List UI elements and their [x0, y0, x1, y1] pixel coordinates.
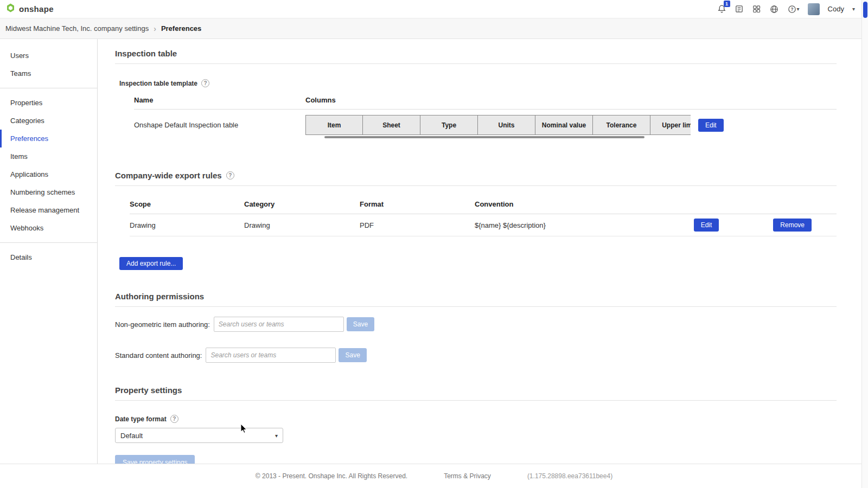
inspection-col-name: Name [134, 96, 305, 104]
breadcrumb-chevron-icon: › [154, 24, 156, 33]
vertical-scrollbar[interactable] [861, 0, 868, 488]
preview-col-tolerance: Tolerance [593, 115, 650, 135]
section-divider [115, 400, 837, 401]
section-divider [115, 63, 837, 64]
footer-copyright: © 2013 - Present. Onshape Inc. All Right… [256, 472, 407, 480]
settings-sidebar: Users Teams Properties Categories Prefer… [0, 39, 98, 464]
date-type-format-dropdown[interactable]: Default ▾ [115, 428, 283, 443]
property-settings-heading: Property settings [115, 386, 837, 395]
table-row: Onshape Default Inspection table Item Sh… [134, 115, 837, 135]
save-property-settings-button[interactable]: Save property settings [115, 455, 195, 464]
export-rule-remove-button[interactable]: Remove [773, 219, 812, 232]
export-rules-heading: Company-wide export rules [115, 171, 222, 180]
top-bar: onshape 1 ? ▾ Cody ▾ [0, 0, 868, 18]
preferences-content: Inspection table Inspection table templa… [98, 39, 868, 464]
sidebar-item-teams[interactable]: Teams [0, 65, 97, 82]
preview-col-units: Units [478, 115, 535, 135]
preview-col-upper-limit: Upper limit [650, 115, 691, 135]
date-type-format-value: Default [120, 432, 143, 440]
inspection-columns-preview[interactable]: Item Sheet Type Units Nominal value Tole… [305, 115, 691, 135]
preview-col-sheet: Sheet [363, 115, 420, 135]
standard-content-authoring-save-button[interactable]: Save [339, 348, 366, 362]
non-geometric-authoring-row: Non-geometric item authoring: Save [115, 317, 837, 332]
authoring-permissions-heading: Authoring permissions [115, 292, 837, 301]
date-type-format-label: Date type format [115, 415, 167, 423]
help-caret-icon: ▾ [797, 6, 800, 12]
notifications-bell-icon[interactable]: 1 [717, 4, 726, 14]
sidebar-item-applications[interactable]: Applications [0, 165, 97, 183]
dropdown-caret-icon: ▾ [275, 433, 278, 439]
onshape-logo-icon [5, 3, 16, 15]
onshape-wordmark: onshape [19, 4, 54, 14]
export-rule-scope: Drawing [130, 221, 244, 229]
export-rule-convention: ${name} ${description} [475, 221, 694, 229]
preview-col-nominal-value: Nominal value [535, 115, 593, 135]
add-export-rule-button[interactable]: Add export rule... [119, 257, 183, 270]
preview-col-type: Type [420, 115, 478, 135]
breadcrumb-company-settings[interactable]: Midwest Machine Tech, Inc. company setti… [5, 24, 149, 33]
page-footer: © 2013 - Present. Onshape Inc. All Right… [0, 464, 868, 488]
news-icon[interactable] [735, 4, 744, 14]
sidebar-item-webhooks[interactable]: Webhooks [0, 219, 97, 237]
app-store-grid-icon[interactable] [752, 4, 761, 14]
export-rules-help-icon[interactable]: ? [226, 171, 234, 179]
svg-text:?: ? [790, 7, 793, 12]
globe-icon[interactable] [769, 4, 779, 14]
sidebar-item-release-management[interactable]: Release management [0, 201, 97, 219]
footer-terms-privacy-link[interactable]: Terms & Privacy [444, 472, 491, 480]
inspection-col-columns: Columns [305, 96, 336, 104]
inspection-table-header-row: Name Columns [134, 96, 837, 110]
user-menu-caret-icon[interactable]: ▾ [852, 6, 855, 12]
inspection-template-label: Inspection table template [119, 80, 197, 87]
topbar-actions: 1 ? ▾ Cody ▾ [717, 3, 855, 15]
user-name[interactable]: Cody [828, 5, 844, 13]
standard-content-authoring-input[interactable] [206, 348, 336, 363]
breadcrumb: Midwest Machine Tech, Inc. company setti… [0, 18, 868, 39]
inspection-template-help-icon[interactable]: ? [201, 79, 209, 87]
sidebar-item-numbering-schemes[interactable]: Numbering schemes [0, 183, 97, 201]
preview-horizontal-scrollbar[interactable] [324, 136, 644, 138]
export-rules-header-row: Scope Category Format Convention [130, 200, 837, 214]
sidebar-divider [0, 242, 97, 243]
avatar [808, 3, 820, 15]
sidebar-divider [0, 88, 97, 88]
export-col-category: Category [244, 200, 360, 208]
help-menu[interactable]: ? ▾ [787, 4, 800, 14]
date-type-format-help-icon[interactable]: ? [170, 415, 178, 423]
breadcrumb-current-page: Preferences [161, 24, 201, 33]
non-geometric-authoring-label: Non-geometric item authoring: [115, 320, 210, 329]
preview-col-item: Item [305, 115, 363, 135]
scrollbar-thumb[interactable] [863, 2, 867, 18]
user-menu[interactable] [808, 3, 820, 15]
export-rule-edit-button[interactable]: Edit [694, 219, 719, 232]
sidebar-item-categories[interactable]: Categories [0, 112, 97, 130]
sidebar-item-items[interactable]: Items [0, 147, 97, 165]
inspection-edit-button[interactable]: Edit [698, 119, 724, 132]
section-divider [115, 185, 837, 186]
inspection-table-heading: Inspection table [115, 49, 837, 58]
non-geometric-authoring-input[interactable] [214, 317, 344, 332]
footer-version: (1.175.28898.eea73611bee4) [527, 472, 612, 480]
export-col-scope: Scope [130, 200, 244, 208]
export-rule-format: PDF [360, 221, 475, 229]
onshape-logo[interactable]: onshape [5, 3, 54, 15]
inspection-template-name: Onshape Default Inspection table [134, 121, 305, 129]
standard-content-authoring-row: Standard content authoring: Save [115, 348, 837, 363]
standard-content-authoring-label: Standard content authoring: [115, 351, 202, 359]
export-rule-category: Drawing [244, 221, 360, 229]
notification-badge: 1 [724, 1, 730, 7]
sidebar-item-preferences[interactable]: Preferences [0, 130, 97, 147]
non-geometric-authoring-save-button[interactable]: Save [347, 317, 374, 331]
sidebar-item-users[interactable]: Users [0, 47, 97, 65]
export-col-convention: Convention [475, 200, 837, 208]
sidebar-item-properties[interactable]: Properties [0, 94, 97, 112]
sidebar-item-details[interactable]: Details [0, 248, 97, 266]
table-row: Drawing Drawing PDF ${name} ${descriptio… [130, 214, 837, 236]
export-col-format: Format [360, 200, 475, 208]
section-divider [115, 306, 837, 307]
